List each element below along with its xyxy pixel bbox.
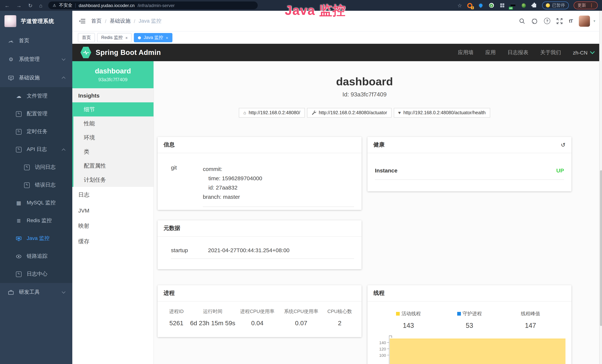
sidebar-item-label: 定时任务 (27, 128, 47, 135)
sba-nav-journal[interactable]: 日志报表 (508, 49, 528, 56)
browser-menu-icon[interactable]: ⋮ (589, 3, 593, 8)
reload-icon[interactable]: ↻ (28, 2, 32, 8)
tab-java-monitor[interactable]: Java 监控 × (134, 33, 172, 42)
close-icon[interactable]: × (125, 35, 128, 40)
search-icon[interactable] (519, 18, 525, 24)
sidebar-item-trace[interactable]: 链路追踪 (0, 247, 72, 265)
menu-item-environment[interactable]: 环境 (72, 130, 153, 145)
menu-item-details[interactable]: 细节 (72, 102, 153, 117)
plant-extension-icon[interactable] (521, 2, 527, 8)
process-uptime: 6d 23h 15m 59s (190, 320, 236, 327)
menu-item-metrics[interactable]: 性能 (72, 117, 153, 130)
extension-c-icon[interactable]: 1 (467, 2, 473, 8)
tab-home[interactable]: 首页 (78, 33, 95, 42)
app-logo[interactable]: 芋道管理系统 (0, 11, 72, 32)
menu-item-config-props[interactable]: 配置属性 (72, 159, 153, 173)
process-table: 进程ID5261 运行时间6d 23h 15m 59s 进程CPU使用率0.04… (158, 308, 362, 327)
fullscreen-icon[interactable] (557, 18, 562, 24)
address-bar[interactable]: ⚠ 不安全 dashboard.yudao.iocoder.cn/infra/a… (48, 1, 258, 9)
header-actions: ? tT ▾ (519, 15, 595, 27)
y-extension-icon[interactable]: y (488, 2, 494, 8)
menu-item-caches[interactable]: 缓存 (72, 234, 153, 249)
annotation-java-monitor: Java 监控 (285, 2, 346, 19)
collapse-sidebar-icon[interactable] (79, 18, 85, 23)
menu-item-jvm[interactable]: JVM (72, 203, 153, 218)
service-url-button[interactable]: ⌂ http://192.168.0.2:48080/ (239, 108, 305, 118)
instance-header[interactable]: dashboard 93a3fc7f7409 (72, 61, 153, 88)
history-icon[interactable]: ↺ (561, 141, 566, 148)
breadcrumb-infra[interactable]: 基础设施 (110, 18, 130, 24)
bookmark-star-icon[interactable]: ☆ (457, 2, 462, 8)
page-title: dashboard (158, 75, 571, 88)
paused-pill[interactable]: 已暂停 (542, 1, 569, 9)
sidebar-item-file-manage[interactable]: ☁ 文件管理 (0, 87, 72, 105)
active-dot-icon (138, 36, 141, 39)
metadata-card: 元数据 startup 2021-04-27T00:44:31.254+08:0… (158, 220, 362, 269)
sidebar-item-java-monitor[interactable]: Java 监控 (0, 230, 72, 247)
menu-item-logging[interactable]: 日志 (72, 187, 153, 203)
sidebar-item-api-log[interactable]: ✎ API 日志 (0, 140, 72, 158)
sidebar-item-cron-job[interactable]: ↻ 定时任务 (0, 123, 72, 140)
log-edit-icon: ✎ (16, 147, 22, 152)
sidebar-item-dev-tools[interactable]: 研发工具 (0, 283, 72, 301)
stack-extension-icon[interactable]: on (510, 2, 516, 8)
sidebar-item-config-manage[interactable]: ✎ 配置管理 (0, 105, 72, 123)
tab-redis-monitor[interactable]: Redis 监控 × (97, 33, 132, 42)
scrollbar-thumb[interactable] (600, 170, 602, 326)
sidebar-item-label: Redis 监控 (27, 217, 52, 224)
user-avatar[interactable] (579, 15, 590, 27)
page-scrollbar[interactable] (599, 11, 602, 364)
security-label[interactable]: 不安全 (59, 2, 72, 9)
puzzle-extensions-icon[interactable] (531, 2, 537, 8)
menu-item-scheduled-tasks[interactable]: 计划任务 (72, 173, 153, 187)
avatar-caret-icon[interactable]: ▾ (593, 19, 595, 23)
extension-badge: 1 (471, 6, 474, 9)
tab-label: 首页 (82, 34, 91, 41)
legend-label: 活动线程 (402, 310, 421, 317)
sba-brand-title[interactable]: Spring Boot Admin (96, 48, 161, 57)
breadcrumb-separator: / (105, 18, 107, 24)
sba-nav-wallboard[interactable]: 应用墙 (458, 49, 473, 56)
app-title: 芋道管理系统 (21, 18, 54, 25)
process-header: 运行时间 (190, 308, 236, 315)
help-icon[interactable]: ? (544, 18, 550, 24)
home-icon[interactable]: ⌂ (39, 2, 42, 8)
github-icon[interactable] (531, 18, 538, 24)
peak-threads-value: 147 (500, 322, 561, 330)
legend-daemon-threads: 守护进程 53 (439, 310, 500, 330)
actuator-url-button[interactable]: http://192.168.0.2:48080/actuator (307, 108, 391, 118)
menu-item-classes[interactable]: 类 (72, 145, 153, 159)
yellow-swatch-icon (396, 312, 400, 316)
back-icon[interactable]: ← (4, 2, 10, 8)
sba-nav-about[interactable]: 关于我们 (540, 49, 561, 56)
sidebar-item-log-center[interactable]: ✎ 日志中心 (0, 265, 72, 283)
sidebar-item-label: 链路追踪 (27, 253, 47, 260)
close-icon[interactable]: × (166, 35, 168, 40)
legend-peak-threads: 线程峰值 147 (500, 310, 561, 330)
location-pin-extension-icon[interactable] (478, 2, 484, 8)
forward-icon[interactable]: → (16, 2, 22, 8)
sidebar-item-error-log[interactable]: ✎ 错误日志 (0, 176, 72, 194)
sidebar-item-system[interactable]: ⚙ 系统管理 (0, 50, 72, 69)
monitor-icon (8, 75, 14, 80)
sidebar-item-home[interactable]: 首页 (0, 32, 72, 50)
sba-nav-applications[interactable]: 应用 (485, 49, 496, 56)
health-row-instance[interactable]: Instance UP (375, 167, 564, 180)
update-button[interactable]: 更新 ⋮ (573, 1, 598, 9)
sidebar-item-access-log[interactable]: ✎ 访问日志 (0, 158, 72, 176)
health-instance-label: Instance (375, 167, 398, 173)
address-divider (75, 3, 76, 8)
health-url-button[interactable]: ♥ http://192.168.0.2:48080/actuator/heal… (394, 108, 490, 118)
grid-extension-icon[interactable] (499, 2, 505, 8)
sidebar-item-redis-monitor[interactable]: ≣ Redis 监控 (0, 212, 72, 230)
url-host: dashboard.yudao.iocoder.cn (79, 3, 135, 8)
font-size-icon[interactable]: tT (569, 18, 573, 24)
locale-selector[interactable]: zh-CN (573, 50, 594, 55)
menu-item-mappings[interactable]: 映射 (72, 218, 153, 234)
sidebar-item-label: MySQL 监控 (27, 200, 56, 206)
sidebar-item-mysql-monitor[interactable]: ▦ MySQL 监控 (0, 194, 72, 212)
git-time-line: time: 1596289704000 (203, 173, 354, 183)
health-url: http://192.168.0.2:48080/actuator/health (403, 110, 485, 115)
breadcrumb-home[interactable]: 首页 (91, 18, 102, 24)
sidebar-item-infra[interactable]: 基础设施 (0, 69, 72, 87)
